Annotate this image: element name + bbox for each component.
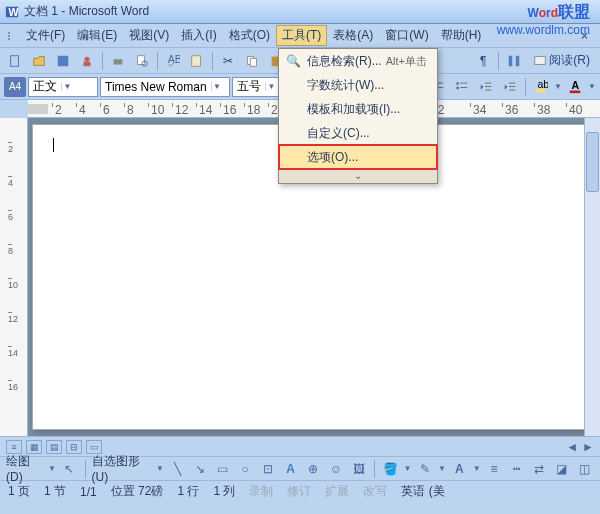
menu-view[interactable]: 视图(V): [123, 25, 175, 46]
drawing-toolbar: 绘图(D) ▼ ↖ 自选图形(U) ▼ ╲ ↘ ▭ ○ ⊡ A ⊕ ☺ 🖼 🪣▼…: [0, 456, 600, 480]
line-style-icon[interactable]: ≡: [485, 460, 504, 478]
menu-help[interactable]: 帮助(H): [435, 25, 488, 46]
spellcheck-icon[interactable]: ABC: [162, 50, 184, 72]
menu-item-label: 模板和加载项(I)...: [307, 101, 400, 118]
permission-icon[interactable]: [76, 50, 98, 72]
textbox-icon[interactable]: ⊡: [259, 460, 278, 478]
picture-icon[interactable]: 🖼: [349, 460, 368, 478]
separator: [525, 78, 526, 96]
normal-view-icon[interactable]: ≡: [6, 440, 22, 454]
status-col: 1 列: [213, 483, 235, 500]
menu-item-wordcount[interactable]: 字数统计(W)...: [279, 73, 437, 97]
menu-item-templates[interactable]: 模板和加载项(I)...: [279, 97, 437, 121]
3d-icon[interactable]: ◫: [575, 460, 594, 478]
hscroll-left-icon[interactable]: ◄: [566, 440, 578, 454]
hscroll-right-icon[interactable]: ►: [582, 440, 594, 454]
diagram-icon[interactable]: ⊕: [304, 460, 323, 478]
status-line: 1 行: [177, 483, 199, 500]
menu-edit[interactable]: 编辑(E): [71, 25, 123, 46]
research-tb-icon[interactable]: [186, 50, 208, 72]
style-combo[interactable]: 正文▼: [28, 77, 98, 97]
line-color-icon[interactable]: ✎: [415, 460, 434, 478]
svg-rect-30: [509, 89, 515, 90]
drawing-label[interactable]: 绘图(D): [6, 453, 44, 484]
svg-point-21: [456, 82, 459, 85]
outline-view-icon[interactable]: ⊟: [66, 440, 82, 454]
svg-rect-14: [509, 55, 513, 66]
menu-item-label: 自定义(C)...: [307, 125, 370, 142]
research-icon: 🔍: [285, 54, 301, 68]
svg-rect-12: [250, 58, 256, 66]
status-lang[interactable]: 英语 (美: [401, 483, 444, 500]
status-section: 1 节: [44, 483, 66, 500]
shortcut-label: Alt+单击: [386, 54, 427, 69]
vertical-scrollbar[interactable]: [584, 118, 600, 436]
svg-text:A: A: [572, 80, 580, 91]
save-icon[interactable]: [52, 50, 74, 72]
scrollbar-thumb[interactable]: [586, 132, 599, 192]
fill-color-icon[interactable]: 🪣: [381, 460, 400, 478]
reading-view-icon[interactable]: ▭: [86, 440, 102, 454]
ruler-vertical[interactable]: 24 68 1012 1416: [0, 118, 28, 436]
menu-item-label: 字数统计(W)...: [307, 77, 384, 94]
print-icon[interactable]: [107, 50, 129, 72]
highlight-icon[interactable]: ab: [530, 76, 552, 98]
status-rec[interactable]: 录制: [249, 483, 273, 500]
menu-item-research[interactable]: 🔍 信息检索(R)... Alt+单击: [279, 49, 437, 73]
shadow-icon[interactable]: ◪: [553, 460, 572, 478]
menu-file[interactable]: 文件(F): [20, 25, 71, 46]
status-ext[interactable]: 扩展: [325, 483, 349, 500]
svg-point-23: [456, 86, 459, 89]
rectangle-icon[interactable]: ▭: [213, 460, 232, 478]
outdent-icon[interactable]: [475, 76, 497, 98]
indent-icon[interactable]: [499, 76, 521, 98]
status-bar: 1 页 1 节 1/1 位置 72磅 1 行 1 列 录制 修订 扩展 改写 英…: [0, 480, 600, 502]
status-position: 位置 72磅: [111, 483, 164, 500]
menu-table[interactable]: 表格(A): [327, 25, 379, 46]
app-icon: W: [4, 4, 20, 20]
status-rev[interactable]: 修订: [287, 483, 311, 500]
clipart-icon[interactable]: ☺: [327, 460, 346, 478]
menu-insert[interactable]: 插入(I): [175, 25, 222, 46]
menu-format[interactable]: 格式(O): [223, 25, 276, 46]
dash-style-icon[interactable]: ┅: [507, 460, 526, 478]
status-ovr[interactable]: 改写: [363, 483, 387, 500]
separator: [85, 460, 86, 478]
print-view-icon[interactable]: ▤: [46, 440, 62, 454]
svg-rect-15: [516, 55, 520, 66]
svg-rect-16: [535, 56, 546, 64]
arrow-style-icon[interactable]: ⇄: [530, 460, 549, 478]
menu-item-label: 信息检索(R)...: [307, 53, 382, 70]
columns-icon[interactable]: [503, 50, 525, 72]
grip-icon[interactable]: [8, 32, 14, 40]
web-view-icon[interactable]: ▦: [26, 440, 42, 454]
format-badge[interactable]: A4: [4, 77, 26, 97]
font-color-draw-icon[interactable]: A: [450, 460, 469, 478]
dropdown-expand-icon[interactable]: ⌄: [279, 169, 437, 183]
wordart-icon[interactable]: A: [281, 460, 300, 478]
menu-item-options[interactable]: 选项(O)...: [279, 145, 437, 169]
svg-rect-3: [58, 55, 69, 66]
copy-icon[interactable]: [241, 50, 263, 72]
separator: [102, 52, 103, 70]
cut-icon[interactable]: ✂: [217, 50, 239, 72]
arrow-icon[interactable]: ↘: [191, 460, 210, 478]
open-icon[interactable]: [28, 50, 50, 72]
menu-window[interactable]: 窗口(W): [379, 25, 434, 46]
reading-button[interactable]: 阅读(R): [527, 50, 596, 72]
font-combo[interactable]: Times New Roman▼: [100, 77, 230, 97]
status-page: 1 页: [8, 483, 30, 500]
line-icon[interactable]: ╲: [168, 460, 187, 478]
pointer-icon[interactable]: ↖: [60, 460, 79, 478]
bullets-icon[interactable]: [451, 76, 473, 98]
menu-item-customize[interactable]: 自定义(C)...: [279, 121, 437, 145]
font-color-icon[interactable]: A: [564, 76, 586, 98]
show-all-icon[interactable]: ¶: [472, 50, 494, 72]
svg-text:ab: ab: [538, 80, 549, 90]
autoshapes-label[interactable]: 自选图形(U): [92, 453, 152, 484]
new-doc-icon[interactable]: [4, 50, 26, 72]
oval-icon[interactable]: ○: [236, 460, 255, 478]
preview-icon[interactable]: [131, 50, 153, 72]
menu-item-label: 选项(O)...: [307, 149, 358, 166]
menu-tools[interactable]: 工具(T): [276, 25, 327, 46]
